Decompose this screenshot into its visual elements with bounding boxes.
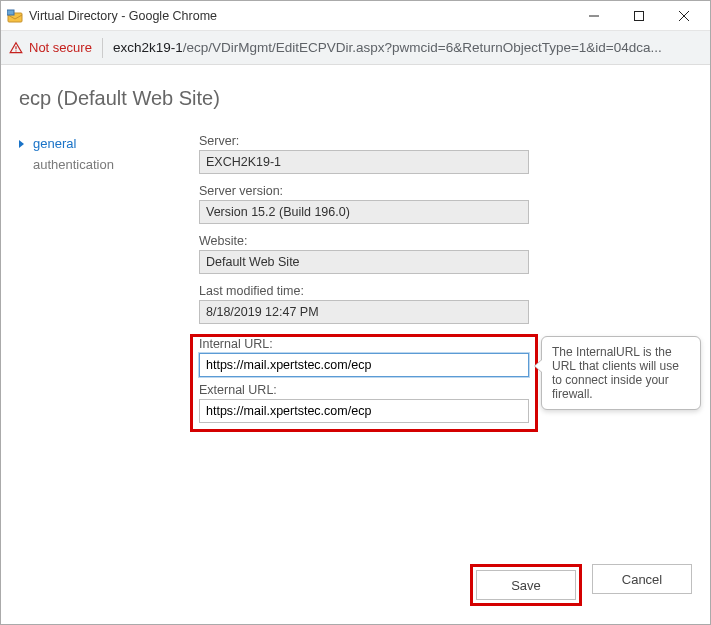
external-url-label: External URL:	[199, 383, 529, 397]
server-label: Server:	[199, 134, 529, 148]
security-indicator[interactable]: Not secure	[9, 38, 103, 58]
external-url-input[interactable]	[199, 399, 529, 423]
form-panel: Server: EXCH2K19-1 Server version: Versi…	[199, 134, 529, 432]
website-label: Website:	[199, 234, 529, 248]
url-text[interactable]: exch2k19-1/ecp/VDirMgmt/EditECPVDir.aspx…	[113, 40, 702, 55]
internal-url-tooltip: The InternalURL is the URL that clients …	[541, 336, 701, 410]
dialog-footer: Save Cancel	[470, 564, 692, 606]
sidebar-item-label: authentication	[33, 157, 114, 172]
window-close-button[interactable]	[661, 2, 706, 30]
save-button[interactable]: Save	[476, 570, 576, 600]
window-maximize-button[interactable]	[616, 2, 661, 30]
modified-value: 8/18/2019 12:47 PM	[199, 300, 529, 324]
svg-rect-1	[7, 10, 14, 15]
warning-icon	[9, 41, 23, 55]
internal-url-input[interactable]	[199, 353, 529, 377]
tooltip-text: The InternalURL is the URL that clients …	[552, 345, 679, 401]
window-titlebar: Virtual Directory - Google Chrome	[1, 1, 710, 31]
server-value: EXCH2K19-1	[199, 150, 529, 174]
version-value: Version 15.2 (Build 196.0)	[199, 200, 529, 224]
cancel-button[interactable]: Cancel	[592, 564, 692, 594]
page-title: ecp (Default Web Site)	[19, 87, 692, 110]
window-minimize-button[interactable]	[571, 2, 616, 30]
save-button-highlight: Save	[470, 564, 582, 606]
svg-point-7	[15, 50, 16, 51]
window-favicon	[7, 8, 23, 24]
url-path: /ecp/VDirMgmt/EditECPVDir.aspx?pwmcid=6&…	[183, 40, 662, 55]
url-fields-highlight: Internal URL: External URL:	[190, 334, 538, 432]
browser-address-bar: Not secure exch2k19-1/ecp/VDirMgmt/EditE…	[1, 31, 710, 65]
security-label: Not secure	[29, 40, 92, 55]
sidebar-item-label: general	[33, 136, 76, 151]
url-host: exch2k19-1	[113, 40, 183, 55]
sidebar-item-authentication[interactable]: authentication	[19, 155, 199, 176]
internal-url-label: Internal URL:	[199, 337, 529, 351]
version-label: Server version:	[199, 184, 529, 198]
sidebar-item-general[interactable]: general	[19, 134, 199, 155]
window-title: Virtual Directory - Google Chrome	[29, 9, 571, 23]
website-value: Default Web Site	[199, 250, 529, 274]
modified-label: Last modified time:	[199, 284, 529, 298]
svg-rect-3	[634, 11, 643, 20]
sidebar-nav: general authentication	[19, 134, 199, 176]
